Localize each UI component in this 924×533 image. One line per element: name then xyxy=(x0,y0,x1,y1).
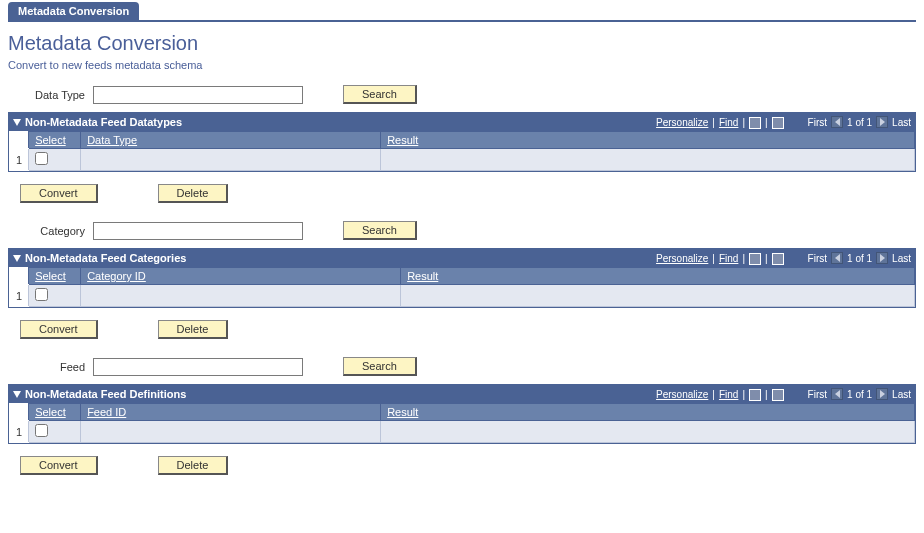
table-row: 1 xyxy=(10,149,915,171)
table-row: 1 xyxy=(10,285,915,307)
cell-categoryid xyxy=(81,285,401,307)
first-link[interactable]: First xyxy=(808,389,827,400)
personalize-link[interactable]: Personalize xyxy=(656,117,708,128)
grid-definitions-header: Non-Metadata Feed Definitions Personaliz… xyxy=(9,385,915,403)
first-link[interactable]: First xyxy=(808,117,827,128)
grid-definitions: Non-Metadata Feed Definitions Personaliz… xyxy=(8,384,916,444)
definitions-button-row: Convert Delete xyxy=(20,456,916,475)
datatype-label: Data Type xyxy=(8,89,93,101)
category-search-button[interactable]: Search xyxy=(343,221,417,240)
categories-button-row: Convert Delete xyxy=(20,320,916,339)
col-categoryid[interactable]: Category ID xyxy=(81,268,401,285)
select-checkbox[interactable] xyxy=(35,152,48,165)
grid-datatypes: Non-Metadata Feed Datatypes Personalize … xyxy=(8,112,916,172)
pager-text: 1 of 1 xyxy=(847,389,872,400)
prev-icon[interactable] xyxy=(831,116,843,128)
grid-definitions-table: Select Feed ID Result 1 xyxy=(9,403,915,443)
cell-feedid xyxy=(81,421,381,443)
collapse-icon[interactable] xyxy=(13,391,21,398)
col-select[interactable]: Select xyxy=(29,268,81,285)
datatype-search-button[interactable]: Search xyxy=(343,85,417,104)
pager-text: 1 of 1 xyxy=(847,117,872,128)
prev-icon[interactable] xyxy=(831,388,843,400)
download-icon[interactable] xyxy=(772,117,784,129)
col-select[interactable]: Select xyxy=(29,132,81,149)
row-number: 1 xyxy=(10,285,29,307)
select-checkbox[interactable] xyxy=(35,424,48,437)
select-checkbox[interactable] xyxy=(35,288,48,301)
grid-datatypes-header: Non-Metadata Feed Datatypes Personalize … xyxy=(9,113,915,131)
category-label: Category xyxy=(8,225,93,237)
zoom-icon[interactable] xyxy=(749,117,761,129)
delete-button[interactable]: Delete xyxy=(158,184,229,203)
cell-result xyxy=(401,285,915,307)
grid-categories-title: Non-Metadata Feed Categories xyxy=(25,252,186,264)
grid-definitions-title: Non-Metadata Feed Definitions xyxy=(25,388,186,400)
first-link[interactable]: First xyxy=(808,253,827,264)
zoom-icon[interactable] xyxy=(749,253,761,265)
table-row: 1 xyxy=(10,421,915,443)
grid-categories-header: Non-Metadata Feed Categories Personalize… xyxy=(9,249,915,267)
page-title: Metadata Conversion xyxy=(8,32,916,55)
category-search-row: Category Search xyxy=(8,221,916,240)
find-link[interactable]: Find xyxy=(719,117,738,128)
tab-metadata-conversion[interactable]: Metadata Conversion xyxy=(8,2,139,20)
cell-result xyxy=(381,149,915,171)
tab-bar: Metadata Conversion xyxy=(8,2,916,22)
last-link[interactable]: Last xyxy=(892,253,911,264)
col-select[interactable]: Select xyxy=(29,404,81,421)
next-icon[interactable] xyxy=(876,252,888,264)
delete-button[interactable]: Delete xyxy=(158,320,229,339)
find-link[interactable]: Find xyxy=(719,253,738,264)
page-description: Convert to new feeds metadata schema xyxy=(8,59,916,71)
category-input[interactable] xyxy=(93,222,303,240)
row-number: 1 xyxy=(10,149,29,171)
download-icon[interactable] xyxy=(772,389,784,401)
zoom-icon[interactable] xyxy=(749,389,761,401)
personalize-link[interactable]: Personalize xyxy=(656,389,708,400)
next-icon[interactable] xyxy=(876,116,888,128)
datatypes-button-row: Convert Delete xyxy=(20,184,916,203)
personalize-link[interactable]: Personalize xyxy=(656,253,708,264)
grid-datatypes-title: Non-Metadata Feed Datatypes xyxy=(25,116,182,128)
last-link[interactable]: Last xyxy=(892,389,911,400)
next-icon[interactable] xyxy=(876,388,888,400)
cell-result xyxy=(381,421,915,443)
convert-button[interactable]: Convert xyxy=(20,184,98,203)
col-datatype[interactable]: Data Type xyxy=(81,132,381,149)
convert-button[interactable]: Convert xyxy=(20,320,98,339)
col-result[interactable]: Result xyxy=(381,404,915,421)
feed-search-row: Feed Search xyxy=(8,357,916,376)
col-result[interactable]: Result xyxy=(401,268,915,285)
pager-text: 1 of 1 xyxy=(847,253,872,264)
datatype-input[interactable] xyxy=(93,86,303,104)
cell-datatype xyxy=(81,149,381,171)
grid-categories-table: Select Category ID Result 1 xyxy=(9,267,915,307)
col-result[interactable]: Result xyxy=(381,132,915,149)
prev-icon[interactable] xyxy=(831,252,843,264)
feed-input[interactable] xyxy=(93,358,303,376)
feed-label: Feed xyxy=(8,361,93,373)
last-link[interactable]: Last xyxy=(892,117,911,128)
collapse-icon[interactable] xyxy=(13,255,21,262)
feed-search-button[interactable]: Search xyxy=(343,357,417,376)
collapse-icon[interactable] xyxy=(13,119,21,126)
convert-button[interactable]: Convert xyxy=(20,456,98,475)
download-icon[interactable] xyxy=(772,253,784,265)
grid-categories: Non-Metadata Feed Categories Personalize… xyxy=(8,248,916,308)
grid-datatypes-table: Select Data Type Result 1 xyxy=(9,131,915,171)
find-link[interactable]: Find xyxy=(719,389,738,400)
row-number: 1 xyxy=(10,421,29,443)
datatype-search-row: Data Type Search xyxy=(8,85,916,104)
delete-button[interactable]: Delete xyxy=(158,456,229,475)
col-feedid[interactable]: Feed ID xyxy=(81,404,381,421)
